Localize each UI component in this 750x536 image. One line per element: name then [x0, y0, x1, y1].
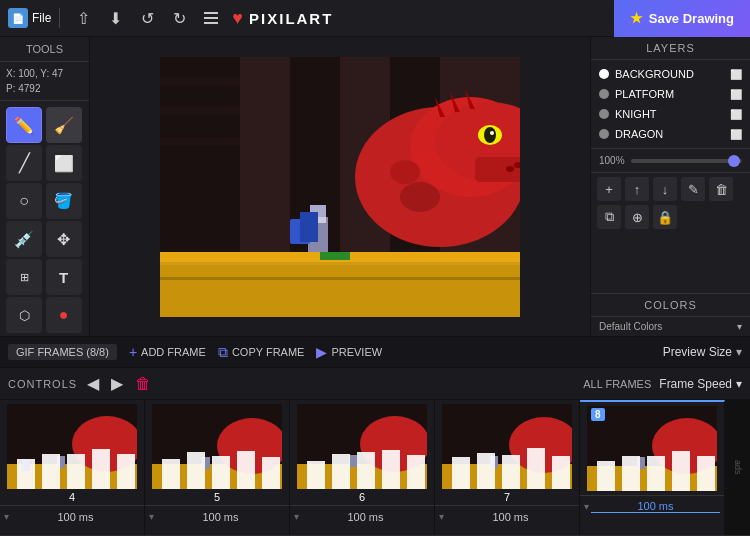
layers-header: LAYERS — [591, 37, 750, 60]
svg-rect-10 — [320, 252, 350, 260]
circle-tool[interactable]: ○ — [6, 183, 42, 219]
eyedropper-tool[interactable]: 💉 — [6, 221, 42, 257]
svg-rect-37 — [17, 459, 35, 489]
svg-rect-47 — [187, 452, 205, 489]
frame-time-arrow-left[interactable]: ▾ — [4, 511, 9, 522]
brand: ♥ PIXILART — [232, 8, 333, 29]
svg-rect-76 — [672, 451, 690, 491]
zoom-label: 100% — [599, 155, 627, 166]
controls-bar: CONTROLS ◀ ▶ 🗑 ALL FRAMES Frame Speed ▾ — [0, 368, 750, 400]
copy-frame-label: COPY FRAME — [232, 346, 305, 358]
frame-cell-8: 8 ▾ 100 ms — [580, 400, 725, 535]
ads-label: ads — [733, 460, 743, 475]
frame-time-row-5: ▾ 100 ms — [145, 505, 289, 527]
ads-cell: ads — [725, 400, 750, 535]
frame-thumbnail-7[interactable] — [442, 404, 572, 489]
coords-display: X: 100, Y: 47 P: 4792 — [0, 62, 89, 101]
lock-layer-button[interactable]: 🔒 — [653, 205, 677, 229]
frame-time-arrow-left[interactable]: ▾ — [149, 511, 154, 522]
pencil-tool[interactable]: ✏️ — [6, 107, 42, 143]
svg-rect-29 — [300, 212, 318, 242]
move-tool[interactable]: ✥ — [46, 221, 82, 257]
svg-rect-48 — [212, 456, 230, 489]
frame-cell-5: 5 ▾ 100 ms — [145, 400, 290, 535]
share-icon[interactable]: ⇧ — [72, 7, 94, 29]
delete-frame-button[interactable]: 🗑 — [133, 373, 153, 395]
color-tool[interactable]: ● — [46, 297, 82, 333]
drawing-canvas[interactable] — [160, 57, 520, 317]
svg-rect-64 — [452, 457, 470, 489]
menu-icon[interactable] — [200, 7, 222, 29]
frame-time-arrow-left[interactable]: ▾ — [584, 501, 589, 512]
svg-rect-46 — [162, 459, 180, 489]
frame-time-arrow-left[interactable]: ▾ — [294, 511, 299, 522]
line-tool[interactable]: ╱ — [6, 145, 42, 181]
fill-tool[interactable]: 🪣 — [46, 183, 82, 219]
zoom-slider[interactable] — [631, 159, 742, 163]
file-area: 📄 File — [0, 8, 60, 28]
preview-size-dropdown[interactable]: Preview Size ▾ — [663, 345, 742, 359]
brand-name: PIXILART — [249, 10, 333, 27]
next-frame-button[interactable]: ▶ — [109, 372, 125, 395]
duplicate-layer-button[interactable]: ⧉ — [597, 205, 621, 229]
preview-button[interactable]: ▶ PREVIEW — [316, 344, 382, 360]
delete-layer-button[interactable]: 🗑 — [709, 177, 733, 201]
svg-rect-73 — [597, 461, 615, 491]
redo-icon[interactable]: ↻ — [168, 7, 190, 29]
topbar: 📄 File ⇧ ⬇ ↺ ↻ ♥ PIXILART ★ Save Drawing — [0, 0, 750, 37]
undo-icon[interactable]: ↺ — [136, 7, 158, 29]
svg-rect-30 — [160, 262, 520, 265]
layer-visibility-icon[interactable]: ⬜ — [730, 89, 742, 100]
colors-dropdown-arrow[interactable]: ▾ — [737, 321, 742, 332]
layer-background[interactable]: BACKGROUND ⬜ — [591, 64, 750, 84]
frame-thumbnail-8[interactable]: 8 — [587, 406, 717, 491]
frame-time-row-8: ▾ 100 ms — [580, 495, 724, 517]
prev-frame-button[interactable]: ◀ — [85, 372, 101, 395]
stamp-tool[interactable]: ⊞ — [6, 259, 42, 295]
svg-rect-54 — [349, 455, 357, 467]
layer-name: PLATFORM — [615, 88, 724, 100]
preview-label: PREVIEW — [331, 346, 382, 358]
layer-dragon[interactable]: DRAGON ⬜ — [591, 124, 750, 144]
move-layer-down-button[interactable]: ↓ — [653, 177, 677, 201]
svg-point-21 — [390, 160, 420, 184]
coord-xy: X: 100, Y: 47 — [6, 66, 83, 81]
canvas-area[interactable] — [90, 37, 590, 336]
edit-layer-button[interactable]: ✎ — [681, 177, 705, 201]
layers-list: BACKGROUND ⬜ PLATFORM ⬜ KNIGHT ⬜ DRAGON … — [591, 60, 750, 148]
merge-layer-button[interactable]: ⊕ — [625, 205, 649, 229]
frame-time-arrow-left[interactable]: ▾ — [439, 511, 444, 522]
dither-tool[interactable]: ⬡ — [6, 297, 42, 333]
layer-visibility-icon[interactable]: ⬜ — [730, 69, 742, 80]
layer-platform[interactable]: PLATFORM ⬜ — [591, 84, 750, 104]
select-tool[interactable]: ⬜ — [46, 145, 82, 181]
svg-point-17 — [490, 131, 494, 135]
svg-rect-66 — [502, 455, 520, 489]
text-tool[interactable]: T — [46, 259, 82, 295]
download-icon[interactable]: ⬇ — [104, 7, 126, 29]
copy-frame-button[interactable]: ⧉ COPY FRAME — [218, 344, 305, 361]
layer-visibility-icon[interactable]: ⬜ — [730, 129, 742, 140]
file-icon: 📄 — [8, 8, 28, 28]
frame-thumbnail-4[interactable] — [7, 404, 137, 489]
layer-visibility-icon[interactable]: ⬜ — [730, 109, 742, 120]
frame-speed-dropdown[interactable]: Frame Speed ▾ — [659, 377, 742, 391]
svg-rect-6 — [160, 107, 240, 115]
frame-speed-label: Frame Speed — [659, 377, 732, 391]
frame-thumbnail-6[interactable] — [297, 404, 427, 489]
add-frame-button[interactable]: + ADD FRAME — [129, 344, 206, 360]
add-layer-button[interactable]: + — [597, 177, 621, 201]
svg-rect-5 — [160, 77, 240, 85]
zoom-thumb[interactable] — [728, 155, 740, 167]
save-drawing-button[interactable]: ★ Save Drawing — [614, 0, 750, 37]
eraser-tool[interactable]: 🧹 — [46, 107, 82, 143]
move-layer-up-button[interactable]: ↑ — [625, 177, 649, 201]
play-icon: ▶ — [316, 344, 327, 360]
colors-content: Default Colors ▾ — [591, 317, 750, 336]
layer-knight[interactable]: KNIGHT ⬜ — [591, 104, 750, 124]
file-label[interactable]: File — [32, 11, 51, 25]
frame-thumbnail-5[interactable] — [152, 404, 282, 489]
svg-rect-40 — [92, 449, 110, 489]
coord-p: P: 4792 — [6, 81, 83, 96]
frame-time-value-8: 100 ms — [591, 500, 720, 513]
